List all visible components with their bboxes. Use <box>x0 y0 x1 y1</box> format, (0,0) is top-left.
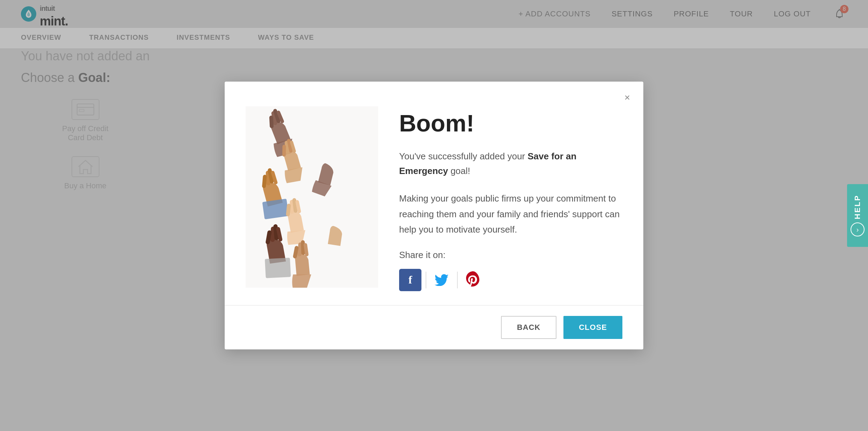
share-label: Share it on: <box>399 250 622 260</box>
modal-overlay: × <box>0 0 868 431</box>
hands-svg <box>246 106 378 288</box>
modal-title: Boom! <box>399 109 622 137</box>
help-arrow: › <box>851 222 865 236</box>
modal-body: Boom! You've successfully added your Sav… <box>225 82 643 305</box>
modal-footer: BACK CLOSE <box>225 305 643 349</box>
twitter-bird-icon <box>435 274 449 286</box>
clapping-hands-image <box>246 103 378 291</box>
pinterest-icon <box>466 271 480 289</box>
modal-text-content: Boom! You've successfully added your Sav… <box>399 103 622 291</box>
share-divider-1 <box>426 272 426 288</box>
facebook-share-button[interactable]: f <box>399 269 421 291</box>
pinterest-share-button[interactable] <box>462 269 484 291</box>
svg-rect-22 <box>265 258 291 278</box>
help-label: HELP <box>853 195 862 219</box>
modal-motivation-text: Making your goals public firms up your c… <box>399 191 622 237</box>
modal-close-button[interactable]: × <box>620 90 635 105</box>
modal-description: You've successfully added your Save for … <box>399 149 622 178</box>
success-modal: × <box>225 82 643 349</box>
twitter-share-button[interactable] <box>431 269 453 291</box>
back-button[interactable]: BACK <box>501 316 557 339</box>
help-button[interactable]: HELP › <box>847 184 868 247</box>
svg-rect-8 <box>269 115 274 128</box>
share-divider-2 <box>457 272 458 288</box>
svg-rect-13 <box>262 198 289 219</box>
share-icons-group: f <box>399 269 622 291</box>
close-button[interactable]: CLOSE <box>563 316 622 339</box>
svg-rect-12 <box>282 145 286 157</box>
